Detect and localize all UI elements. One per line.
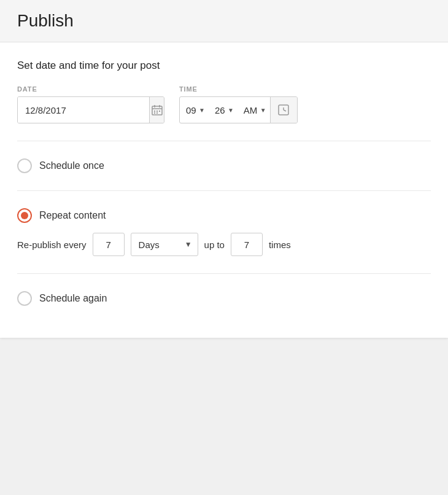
time-input-wrapper: 09 10 11 12 ▼ 26 00 15 30 45 [179, 96, 298, 123]
svg-rect-6 [159, 111, 160, 112]
divider-3 [17, 273, 431, 274]
schedule-again-label: Schedule again [39, 293, 107, 304]
clock-button[interactable] [270, 97, 297, 123]
svg-rect-8 [156, 112, 158, 114]
page-title: Publish [17, 11, 431, 31]
date-input[interactable] [18, 97, 149, 123]
minute-chevron-icon: ▼ [228, 107, 234, 114]
time-label: TIME [179, 85, 298, 93]
date-field-group: DATE [17, 85, 164, 123]
times-label: times [269, 240, 291, 250]
panel-body: Set date and time for your post DATE [0, 42, 448, 338]
section-title: Set date and time for your post [17, 60, 431, 72]
repub-every-label: Re-publish every [17, 240, 87, 250]
repeat-content-option[interactable]: Repeat content [17, 208, 431, 223]
clock-icon [278, 104, 289, 115]
minute-select[interactable]: 26 00 15 30 45 [209, 105, 228, 115]
svg-rect-4 [154, 111, 155, 112]
date-time-row: DATE [17, 85, 431, 123]
schedule-once-option[interactable]: Schedule once [17, 158, 431, 173]
divider-1 [17, 141, 431, 141]
radio-selected-indicator [21, 212, 28, 219]
date-input-wrapper [17, 96, 164, 123]
hour-chevron-icon: ▼ [199, 107, 205, 114]
hour-select[interactable]: 09 10 11 12 [180, 105, 199, 115]
repeat-settings-row: Re-publish every Days Hours Weeks Months… [17, 233, 431, 256]
repeat-content-label: Repeat content [39, 210, 106, 221]
date-label: DATE [17, 85, 164, 93]
time-field-group: TIME 09 10 11 12 ▼ 26 0 [179, 85, 298, 123]
repeat-interval-input[interactable] [93, 233, 125, 256]
hour-select-wrapper: 09 10 11 12 ▼ [180, 105, 209, 115]
publish-panel: Publish Set date and time for your post … [0, 0, 448, 338]
calendar-icon [151, 104, 163, 116]
period-select-wrapper: AM PM ▼ [238, 105, 270, 115]
schedule-again-radio[interactable] [17, 291, 32, 306]
calendar-button[interactable] [149, 97, 164, 123]
svg-rect-7 [154, 112, 155, 114]
divider-2 [17, 190, 431, 191]
panel-header: Publish [0, 0, 448, 42]
times-count-input[interactable] [231, 233, 263, 256]
svg-rect-5 [156, 111, 158, 112]
interval-select-wrapper: Days Hours Weeks Months ▼ [131, 233, 198, 256]
up-to-label: up to [204, 240, 225, 250]
schedule-once-label: Schedule once [39, 160, 104, 171]
interval-unit-select[interactable]: Days Hours Weeks Months [131, 233, 198, 256]
repeat-content-radio[interactable] [17, 208, 32, 223]
schedule-once-radio[interactable] [17, 158, 32, 173]
svg-line-11 [284, 110, 286, 111]
schedule-again-option[interactable]: Schedule again [17, 291, 431, 306]
period-chevron-icon: ▼ [260, 107, 266, 114]
minute-select-wrapper: 26 00 15 30 45 ▼ [209, 105, 238, 115]
period-select[interactable]: AM PM [238, 105, 260, 115]
